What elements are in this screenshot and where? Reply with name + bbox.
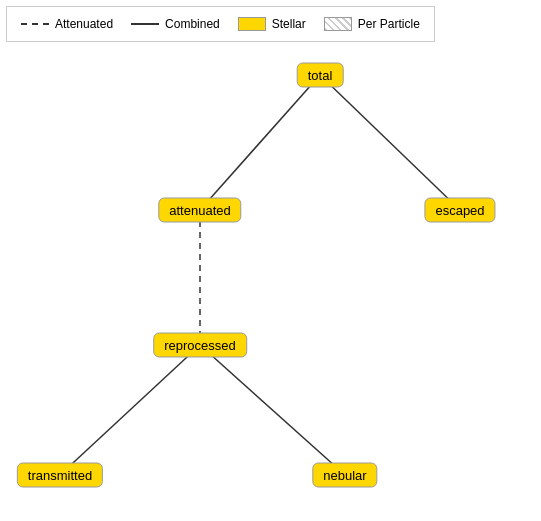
legend-per-particle-label: Per Particle	[358, 17, 420, 31]
legend-combined-label: Combined	[165, 17, 220, 31]
legend-stellar: Stellar	[238, 17, 306, 31]
svg-line-1	[320, 75, 460, 210]
svg-line-4	[200, 345, 345, 475]
dashed-line-icon	[21, 23, 49, 25]
legend-attenuated: Attenuated	[21, 17, 113, 31]
solid-line-icon	[131, 23, 159, 25]
legend-per-particle: Per Particle	[324, 17, 420, 31]
node-escaped: escaped	[424, 198, 495, 223]
per-particle-box-icon	[324, 17, 352, 31]
svg-line-3	[60, 345, 200, 475]
diagram-lines	[0, 0, 541, 521]
node-attenuated: attenuated	[158, 198, 241, 223]
legend-stellar-label: Stellar	[272, 17, 306, 31]
node-total: total	[297, 63, 344, 88]
node-transmitted: transmitted	[17, 463, 103, 488]
legend-attenuated-label: Attenuated	[55, 17, 113, 31]
node-reprocessed: reprocessed	[153, 333, 247, 358]
svg-line-0	[200, 75, 320, 210]
stellar-box-icon	[238, 17, 266, 31]
node-nebular: nebular	[312, 463, 377, 488]
legend: Attenuated Combined Stellar Per Particle	[6, 6, 435, 42]
legend-combined: Combined	[131, 17, 220, 31]
